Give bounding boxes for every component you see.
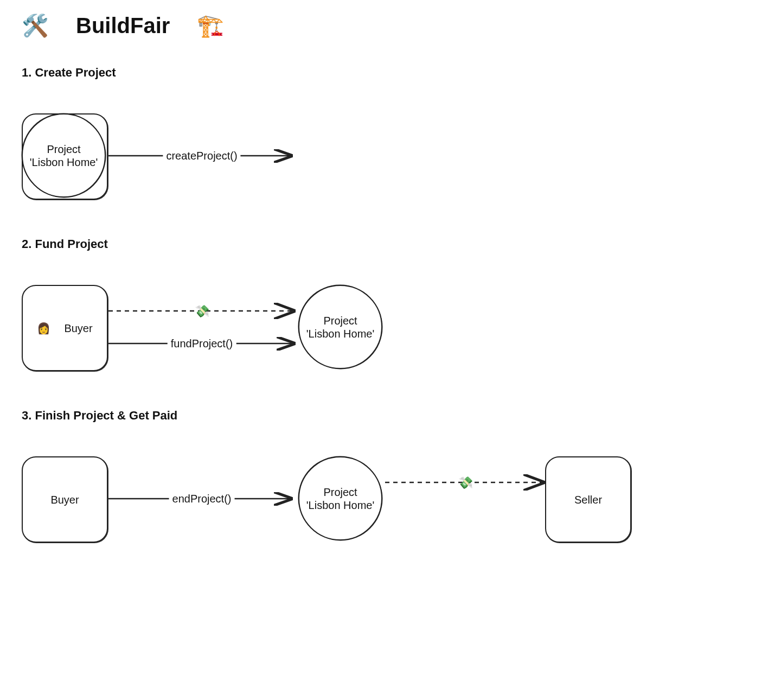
project-node-1: Project 'Lisbon Home': [22, 113, 106, 198]
arrows-layer-1: [22, 101, 629, 210]
buyer-node-2: Buyer: [22, 456, 108, 543]
project-node-3: Project 'Lisbon Home': [298, 456, 382, 540]
arrow-label-create: createProject(): [163, 150, 240, 162]
seller-node-2: Seller: [545, 456, 631, 543]
step-canvas-2: 👩 Buyer Project 'Lisbon Home' 💸 fundProj…: [22, 273, 629, 381]
arrow-label-fund: fundProject(): [168, 338, 236, 350]
arrow-label-end: endProject(): [169, 493, 235, 505]
step-heading-1: 1. Create Project: [22, 66, 759, 80]
step-heading-3: 3. Finish Project & Get Paid: [22, 409, 759, 423]
step-canvas-1: 👷 Seller Project 'Lisbon Home' createPro…: [22, 101, 629, 210]
project-node-2: Project 'Lisbon Home': [298, 285, 382, 369]
buyer-node-1: 👩 Buyer: [22, 285, 108, 371]
diagram-page: 🛠️ BuildFair 🏗️ 1. Create Project 👷 Sell…: [0, 0, 781, 700]
money-icon-1: 💸: [195, 304, 209, 318]
step-canvas-3: Buyer Project 'Lisbon Home' Seller endPr…: [22, 444, 629, 553]
step-heading-2: 2. Fund Project: [22, 237, 759, 251]
money-icon-2: 💸: [458, 476, 473, 489]
page-title: 🛠️ BuildFair 🏗️: [22, 13, 759, 39]
